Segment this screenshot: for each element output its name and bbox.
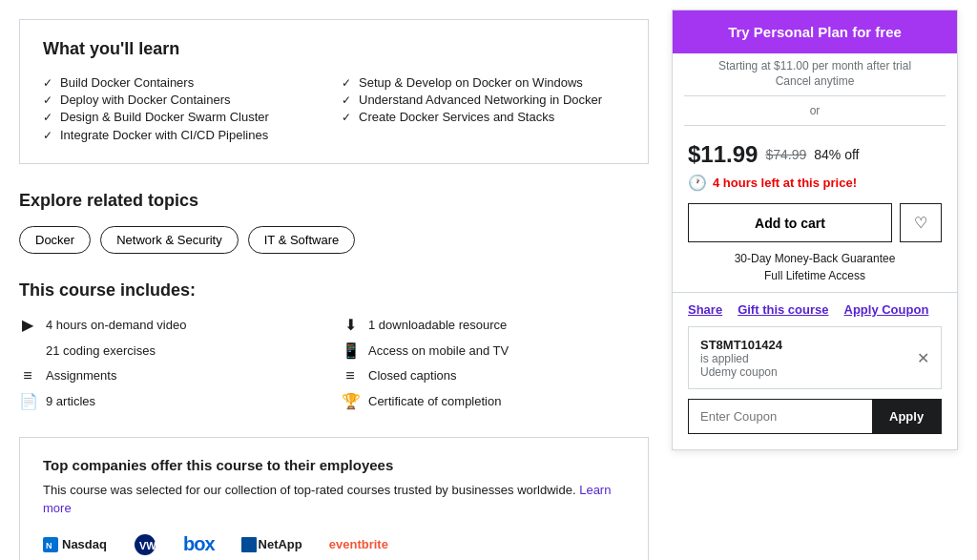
- include-icon: 📄: [19, 392, 36, 410]
- companies-title: Top companies offer this course to their…: [43, 457, 625, 473]
- learn-col1: ✓Build Docker Containers✓Deploy with Doc…: [43, 74, 326, 144]
- include-icon: 📱: [342, 342, 359, 360]
- learn-item-text: Setup & Develop on Docker on Windows: [359, 74, 583, 92]
- include-item: ≡Closed captions: [342, 367, 649, 384]
- includes-grid: ▶4 hours on-demand video⬇1 downloadable …: [19, 316, 649, 410]
- check-icon: ✓: [43, 75, 52, 92]
- coupon-applied-box: ST8MT101424 is applied Udemy coupon ✕: [688, 326, 942, 389]
- learn-item-text: Design & Build Docker Swarm Cluster: [60, 109, 269, 126]
- share-row: Share Gift this course Apply Coupon: [673, 292, 957, 326]
- learn-item-text: Create Docker Services and Stacks: [359, 109, 554, 126]
- cart-row: Add to cart ♡: [673, 203, 957, 250]
- include-text: Closed captions: [368, 368, 457, 383]
- apply-coupon-link[interactable]: Apply Coupon: [844, 302, 929, 317]
- topic-tag[interactable]: IT & Software: [248, 226, 356, 254]
- learn-item-text: Deploy with Docker Containers: [60, 92, 230, 109]
- add-to-cart-button[interactable]: Add to cart: [688, 203, 892, 242]
- includes-title: This course includes:: [19, 280, 649, 301]
- includes-section: This course includes: ▶4 hours on-demand…: [19, 280, 649, 410]
- topics-section: Explore related topics DockerNetwork & S…: [19, 191, 649, 254]
- learn-item-text: Build Docker Containers: [60, 74, 194, 92]
- svg-text:VW: VW: [139, 540, 156, 551]
- coupon-close-button[interactable]: ✕: [917, 349, 929, 367]
- check-icon: ✓: [342, 93, 351, 109]
- include-icon: ≡: [19, 367, 36, 384]
- gift-link[interactable]: Gift this course: [738, 302, 828, 317]
- include-text: Access on mobile and TV: [368, 343, 509, 358]
- price-current: $11.99: [688, 141, 758, 168]
- include-text: Assignments: [46, 368, 116, 383]
- coupon-applied-text: ST8MT101424 is applied Udemy coupon: [700, 337, 782, 379]
- price-off: 84% off: [814, 147, 859, 162]
- coupon-input-row: Apply: [688, 399, 942, 434]
- include-text: Certificate of completion: [368, 394, 501, 408]
- sidebar-card: Try Personal Plan for free Starting at $…: [672, 10, 958, 450]
- company-logo: box: [183, 533, 215, 555]
- include-item: ⬇1 downloadable resource: [342, 316, 649, 334]
- wishlist-button[interactable]: ♡: [900, 203, 942, 242]
- include-text: 9 articles: [46, 394, 95, 408]
- company-logo: VW: [134, 533, 156, 556]
- include-item: 📱Access on mobile and TV: [342, 342, 649, 360]
- plan-subtitle: Starting at $11.00 per month after trial: [673, 53, 957, 74]
- learn-item: ✓Setup & Develop on Docker on Windows: [342, 74, 625, 92]
- learn-box: What you'll learn ✓Build Docker Containe…: [19, 19, 649, 164]
- timer-text: 4 hours left at this price!: [713, 176, 857, 190]
- access-text: Full Lifetime Access: [673, 267, 957, 292]
- learn-item: ✓Design & Build Docker Swarm Cluster: [43, 109, 326, 126]
- companies-desc: This course was selected for our collect…: [43, 481, 625, 518]
- topics-list: DockerNetwork & SecurityIT & Software: [19, 226, 649, 254]
- check-icon: ✓: [342, 110, 351, 126]
- coupon-code: ST8MT101424: [700, 338, 782, 352]
- clock-icon: 🕐: [688, 174, 707, 192]
- guarantee-text: 30-Day Money-Back Guarantee: [673, 250, 957, 267]
- svg-text:N: N: [46, 541, 52, 550]
- companies-logos: N Nasdaq VW box NetApp eventbrite: [43, 533, 625, 556]
- sidebar: Try Personal Plan for free Starting at $…: [672, 0, 958, 560]
- learn-item: ✓Understand Advanced Networking in Docke…: [342, 92, 625, 109]
- share-link[interactable]: Share: [688, 302, 722, 317]
- price-original: $74.99: [765, 147, 806, 162]
- check-icon: ✓: [43, 93, 52, 109]
- learn-title: What you'll learn: [43, 39, 625, 59]
- companies-box: Top companies offer this course to their…: [19, 437, 649, 560]
- include-item: 21 coding exercises: [19, 342, 326, 360]
- learn-grid: ✓Build Docker Containers✓Deploy with Doc…: [43, 74, 625, 144]
- topic-tag[interactable]: Docker: [19, 226, 91, 254]
- learn-item-text: Understand Advanced Networking in Docker: [359, 92, 602, 109]
- company-logo: eventbrite: [329, 537, 388, 551]
- include-item: ≡Assignments: [19, 367, 326, 384]
- include-text: 1 downloadable resource: [368, 318, 507, 332]
- price-row: $11.99 $74.99 84% off: [673, 137, 957, 172]
- coupon-type: Udemy coupon: [700, 365, 782, 379]
- plan-or: or: [684, 95, 946, 126]
- include-icon: ▶: [19, 316, 36, 334]
- plan-cancel: Cancel anytime: [673, 74, 957, 95]
- timer-row: 🕐 4 hours left at this price!: [673, 172, 957, 203]
- topics-title: Explore related topics: [19, 191, 649, 211]
- include-icon: 🏆: [342, 392, 359, 410]
- company-logo: NetApp: [241, 537, 302, 552]
- learn-item: ✓Integrate Docker with CI/CD Pipelines: [43, 127, 326, 144]
- include-icon: ≡: [342, 367, 359, 384]
- learn-item: ✓Create Docker Services and Stacks: [342, 109, 625, 126]
- check-icon: ✓: [43, 110, 52, 126]
- apply-button[interactable]: Apply: [872, 400, 941, 433]
- coupon-input[interactable]: [689, 400, 872, 433]
- check-icon: ✓: [342, 75, 351, 92]
- include-item: 🏆Certificate of completion: [342, 392, 649, 410]
- include-text: 4 hours on-demand video: [46, 318, 186, 332]
- check-icon: ✓: [43, 128, 52, 144]
- include-text: 21 coding exercises: [46, 343, 156, 358]
- learn-item: ✓Build Docker Containers: [43, 74, 326, 92]
- coupon-applied-label: is applied: [700, 352, 782, 365]
- main-content: What you'll learn ✓Build Docker Containe…: [19, 0, 649, 560]
- learn-col2: ✓Setup & Develop on Docker on Windows✓Un…: [342, 74, 625, 144]
- company-logo: N Nasdaq: [43, 537, 107, 552]
- include-item: 📄9 articles: [19, 392, 326, 410]
- topic-tag[interactable]: Network & Security: [100, 226, 239, 254]
- svg-rect-4: [241, 537, 257, 552]
- learn-item-text: Integrate Docker with CI/CD Pipelines: [60, 127, 268, 144]
- learn-item: ✓Deploy with Docker Containers: [43, 92, 326, 109]
- personal-plan-button[interactable]: Try Personal Plan for free: [673, 10, 957, 53]
